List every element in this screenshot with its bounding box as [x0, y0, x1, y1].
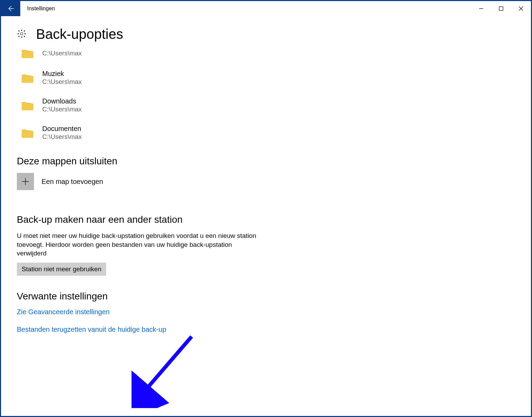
close-button[interactable]: [511, 1, 531, 16]
maximize-button[interactable]: [491, 1, 511, 16]
related-heading: Verwante instellingen: [17, 291, 515, 302]
folder-icon: [21, 73, 34, 83]
folder-text: Downloads C:\Users\max: [42, 97, 82, 113]
content-area: Back-upopties C:\Users\max Muziek: [1, 16, 531, 416]
svg-point-4: [20, 32, 23, 35]
maximize-icon: [499, 6, 503, 11]
folder-item[interactable]: C:\Users\max: [17, 44, 515, 62]
folder-text: C:\Users\max: [42, 49, 82, 57]
folder-path: C:\Users\max: [42, 50, 82, 57]
add-folder-label: Een map toevoegen: [42, 178, 103, 186]
folder-icon: [21, 128, 34, 138]
window-title: Instellingen: [20, 1, 55, 16]
window-controls: [471, 1, 531, 16]
link-restore-files[interactable]: Bestanden terugzetten vanuit de huidige …: [17, 326, 515, 333]
folder-item[interactable]: Documenten C:\Users\max: [17, 121, 515, 144]
stop-using-drive-button[interactable]: Station niet meer gebruiken: [17, 263, 106, 276]
link-advanced-settings[interactable]: Zie Geavanceerde instellingen: [17, 308, 515, 316]
scroll-area: C:\Users\max Muziek C:\Users\max Downloa…: [1, 53, 531, 416]
folder-name: Downloads: [42, 97, 82, 105]
arrow-left-icon: [7, 5, 14, 12]
folder-path: C:\Users\max: [42, 133, 82, 141]
page-header: Back-upopties: [1, 16, 531, 45]
folder-text: Documenten C:\Users\max: [42, 125, 82, 141]
gear-icon: [17, 29, 26, 40]
folder-path: C:\Users\max: [42, 106, 82, 113]
minimize-button[interactable]: [471, 1, 491, 16]
settings-window: Instellingen Back-upopties: [0, 0, 532, 417]
folder-text: Muziek C:\Users\max: [42, 70, 82, 86]
other-drive-heading: Back-up maken naar een ander station: [17, 214, 515, 225]
exclude-heading: Deze mappen uitsluiten: [17, 156, 515, 167]
folder-icon: [21, 100, 34, 110]
svg-rect-1: [499, 7, 503, 11]
folder-item[interactable]: Muziek C:\Users\max: [17, 66, 515, 89]
other-drive-description: U moet niet meer uw huidige back-upstati…: [17, 231, 257, 258]
minimize-icon: [479, 6, 484, 11]
folder-name: Documenten: [42, 125, 82, 133]
folder-path: C:\Users\max: [42, 78, 82, 86]
folder-icon: [21, 48, 34, 58]
close-icon: [519, 6, 523, 11]
page-title: Back-upopties: [36, 26, 123, 42]
back-button[interactable]: [1, 1, 20, 16]
titlebar: Instellingen: [1, 1, 531, 16]
folder-item[interactable]: Downloads C:\Users\max: [17, 94, 515, 117]
plus-icon: [22, 178, 29, 185]
plus-icon-box: [17, 173, 34, 190]
add-folder-button[interactable]: Een map toevoegen: [17, 173, 515, 190]
folder-name: Muziek: [42, 70, 82, 78]
